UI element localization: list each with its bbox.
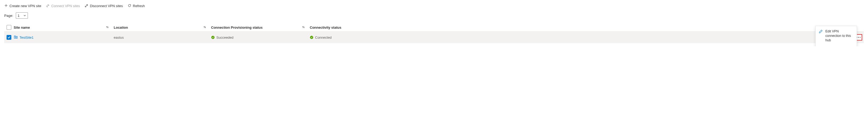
pager: Page: 1 bbox=[4, 12, 864, 19]
header-site-label: Site name bbox=[14, 26, 30, 30]
refresh-label: Refresh bbox=[133, 4, 145, 8]
create-label: Create new VPN site bbox=[9, 4, 41, 8]
vpn-site-icon bbox=[14, 35, 18, 40]
create-vpn-site-button[interactable]: Create new VPN site bbox=[4, 3, 41, 9]
header-location[interactable]: Location bbox=[114, 26, 211, 30]
header-location-label: Location bbox=[114, 26, 128, 30]
sort-icon bbox=[106, 26, 109, 30]
table-header: Site name Location Connection Provisioni… bbox=[4, 24, 864, 32]
connectivity-value: Connected bbox=[315, 36, 332, 39]
disconnect-vpn-sites-button[interactable]: Disconnect VPN sites bbox=[85, 3, 123, 9]
provisioning-value: Succeeded bbox=[216, 36, 234, 39]
disconnect-label: Disconnect VPN sites bbox=[90, 4, 123, 8]
connectivity-cell: Connected bbox=[310, 36, 853, 39]
menu-edit-connection[interactable]: Edit VPN connection to this hub bbox=[816, 27, 857, 45]
menu-edit-label: Edit VPN connection to this hub bbox=[825, 29, 854, 43]
success-icon bbox=[310, 36, 313, 39]
table-row: TestSite1 eastus Succeeded Connected bbox=[4, 32, 864, 43]
plus-icon bbox=[4, 4, 8, 8]
refresh-icon bbox=[128, 4, 131, 8]
refresh-button[interactable]: Refresh bbox=[128, 3, 145, 9]
sort-icon bbox=[203, 26, 206, 30]
header-provisioning[interactable]: Connection Provisioning status bbox=[211, 26, 310, 30]
command-bar: Create new VPN site Connect VPN sites Di… bbox=[4, 3, 864, 9]
connect-label: Connect VPN sites bbox=[51, 4, 80, 8]
sort-icon bbox=[302, 26, 305, 30]
success-icon bbox=[211, 36, 215, 39]
page-select[interactable]: 1 bbox=[16, 12, 28, 19]
menu-delete-connection[interactable]: Delete VPN connection to this hub bbox=[816, 45, 857, 46]
chevron-down-icon bbox=[24, 14, 26, 18]
connect-vpn-sites-button[interactable]: Connect VPN sites bbox=[46, 3, 80, 9]
plug-disconnect-icon bbox=[85, 4, 88, 8]
svg-point-6 bbox=[860, 37, 861, 38]
header-provisioning-label: Connection Provisioning status bbox=[211, 26, 263, 30]
svg-point-5 bbox=[858, 37, 859, 38]
site-name-link[interactable]: TestSite1 bbox=[20, 36, 33, 39]
page-value: 1 bbox=[18, 14, 20, 18]
header-connectivity-label: Connectivity status bbox=[310, 26, 341, 30]
pencil-icon bbox=[819, 30, 823, 33]
header-site[interactable]: Site name bbox=[14, 26, 114, 30]
pager-label: Page: bbox=[4, 14, 13, 18]
plug-connect-icon bbox=[46, 4, 50, 8]
provisioning-cell: Succeeded bbox=[211, 36, 310, 39]
row-checkbox[interactable] bbox=[7, 35, 11, 40]
location-cell: eastus bbox=[114, 36, 211, 39]
select-all-checkbox[interactable] bbox=[7, 25, 11, 30]
header-connectivity[interactable]: Connectivity status bbox=[310, 26, 853, 30]
row-context-menu: Edit VPN connection to this hub Delete V… bbox=[815, 26, 857, 46]
